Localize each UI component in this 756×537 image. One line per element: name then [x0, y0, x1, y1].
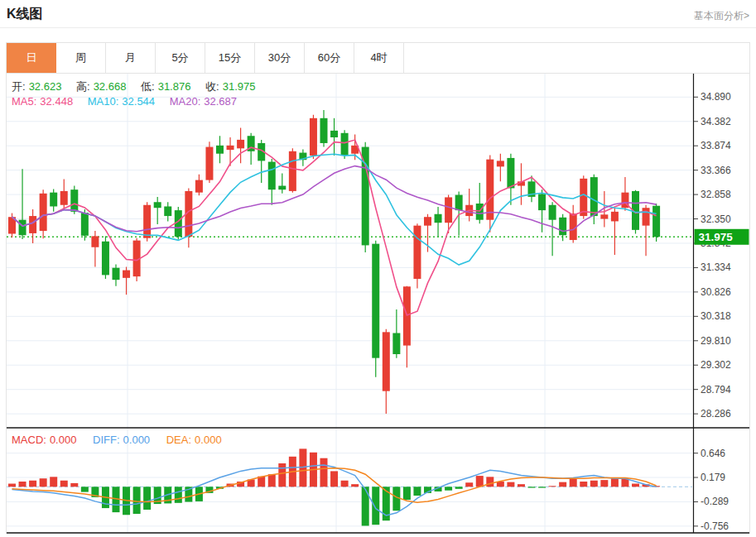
ma5-label: MA5: [12, 95, 36, 108]
macd-legend: MACD:0.000 DIFF:0.000 DEA:0.000 [12, 434, 225, 446]
page-title: K线图 [7, 6, 43, 23]
svg-text:29.302: 29.302 [701, 359, 731, 371]
svg-text:33.366: 33.366 [701, 165, 731, 176]
tab-2[interactable]: 月 [106, 43, 156, 73]
ma-legend: MA5:32.448 MA10:32.544 MA20:32.687 [12, 95, 240, 108]
chart-svg[interactable]: 34.89034.38233.87433.36632.85832.35031.8… [7, 74, 749, 534]
ma10-label: MA10: [88, 95, 119, 108]
dea-label: DEA: [166, 434, 191, 446]
diff-value: 0.000 [123, 434, 151, 446]
close-label: 收: [205, 80, 219, 93]
tab-5[interactable]: 30分 [255, 43, 305, 73]
high-label: 高: [76, 80, 90, 93]
svg-text:32.858: 32.858 [701, 189, 731, 200]
tab-6[interactable]: 60分 [305, 43, 354, 73]
svg-text:28.286: 28.286 [701, 408, 731, 420]
macd-label: MACD: [12, 434, 46, 446]
ma5-value: 32.448 [40, 95, 73, 108]
macd-value: 0.000 [50, 434, 77, 446]
svg-text:34.382: 34.382 [701, 116, 731, 127]
diff-label: DIFF: [93, 434, 120, 446]
tab-3[interactable]: 5分 [156, 43, 205, 73]
open-value: 32.623 [29, 80, 62, 93]
svg-text:30.826: 30.826 [701, 286, 731, 298]
ma10-value: 32.544 [122, 95, 155, 108]
dea-value: 0.000 [195, 434, 222, 446]
ma20-label: MA20: [170, 95, 201, 108]
low-label: 低: [141, 80, 155, 93]
ma20-value: 32.687 [204, 95, 237, 108]
svg-text:29.810: 29.810 [701, 335, 731, 347]
current-price-badge: 31.975 [699, 231, 734, 243]
svg-text:32.350: 32.350 [701, 213, 731, 225]
svg-text:0.646: 0.646 [701, 448, 725, 459]
svg-text:31.334: 31.334 [701, 261, 731, 273]
close-value: 31.975 [223, 80, 256, 93]
ohlc-legend: 开:32.623 高:32.668 低:31.876 收:31.975 [12, 79, 267, 94]
tab-7[interactable]: 4时 [354, 43, 404, 73]
tab-0[interactable]: 日 [7, 43, 56, 73]
svg-text:33.874: 33.874 [701, 140, 731, 151]
header-divider [0, 27, 756, 28]
high-value: 32.668 [94, 80, 127, 93]
kline-widget: K线图 基本面分析> 日周月5分15分30分60分4时 开:32.623 高:3… [0, 0, 756, 537]
svg-text:28.794: 28.794 [701, 384, 731, 396]
tab-4[interactable]: 15分 [205, 43, 255, 73]
svg-text:-0.289: -0.289 [701, 496, 729, 507]
chart-container: 日周月5分15分30分60分4时 开:32.623 高:32.668 低:31.… [6, 42, 750, 534]
low-value: 31.876 [158, 80, 191, 93]
fundamental-analysis-link[interactable]: 基本面分析> [694, 9, 749, 23]
svg-text:-0.756: -0.756 [701, 520, 729, 532]
open-label: 开: [12, 80, 26, 93]
svg-text:0.179: 0.179 [701, 472, 725, 483]
tab-1[interactable]: 周 [56, 43, 106, 73]
svg-text:34.890: 34.890 [701, 91, 731, 103]
svg-text:30.318: 30.318 [701, 310, 731, 322]
period-tabbar: 日周月5分15分30分60分4时 [7, 43, 749, 74]
